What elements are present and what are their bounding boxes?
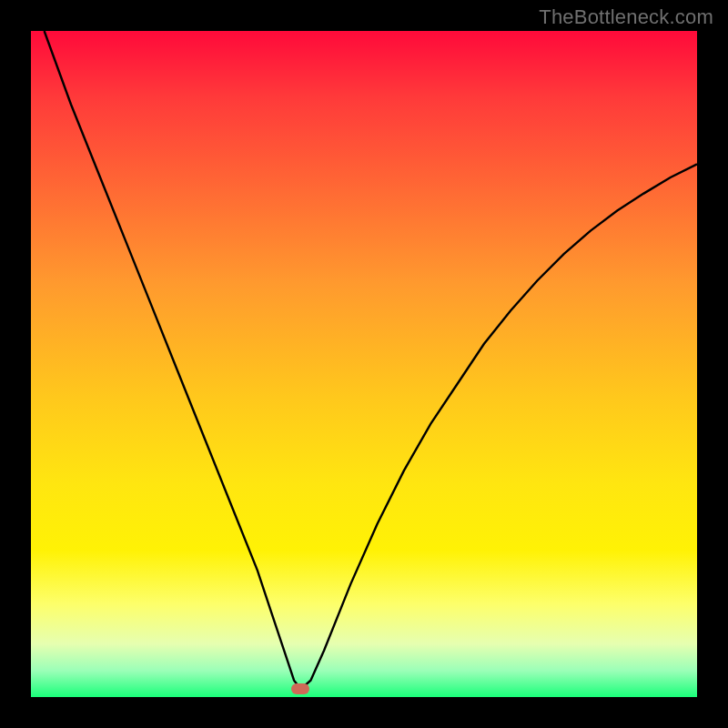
chart-frame: TheBottleneck.com [0, 0, 728, 728]
watermark-text: TheBottleneck.com [539, 5, 713, 29]
plot-area [31, 31, 697, 697]
optimal-point-marker [291, 683, 309, 694]
bottleneck-curve [45, 31, 697, 689]
curve-svg [31, 31, 697, 697]
